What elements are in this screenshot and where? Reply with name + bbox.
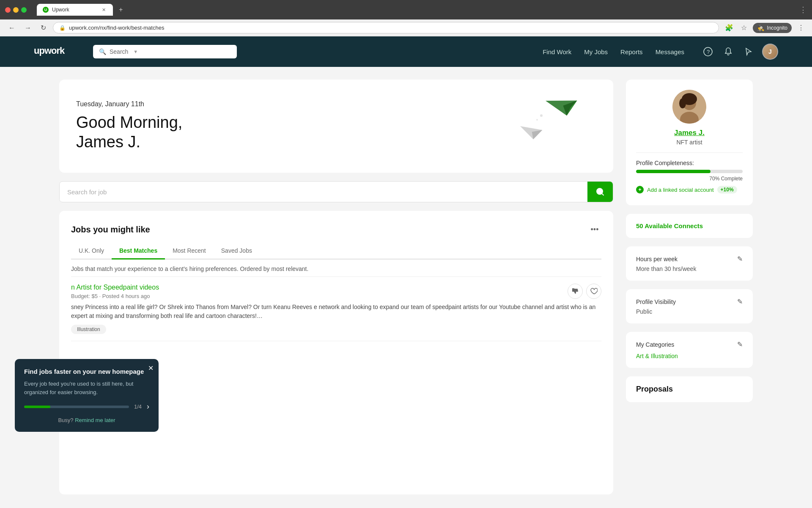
proposals-section: Proposals <box>626 376 753 402</box>
active-browser-tab[interactable]: U Upwork ✕ <box>37 4 113 16</box>
nav-messages[interactable]: Messages <box>656 48 684 55</box>
profile-name[interactable]: James J. <box>674 129 705 137</box>
avatar-illustration <box>672 90 706 124</box>
tooltip-next-button[interactable]: › <box>147 402 149 411</box>
job-search-input[interactable] <box>60 182 587 202</box>
job-tag-item[interactable]: Illustration <box>71 325 106 334</box>
browser-nav-actions: 🧩 ☆ 🕵 Incognito ⋮ <box>723 22 806 33</box>
global-search-bar[interactable]: 🔍 Search ▼ <box>93 45 237 58</box>
categories-header: My Categories ✎ <box>636 340 743 348</box>
available-connects-label[interactable]: 50 Available Connects <box>636 222 743 229</box>
tooltip-progress-bar <box>24 406 129 408</box>
new-tab-button[interactable]: + <box>115 3 127 16</box>
hours-value: More than 30 hrs/week <box>636 265 743 272</box>
welcome-illustration <box>512 97 596 156</box>
profile-card: James J. NFT artist Profile Completeness… <box>626 80 753 205</box>
incognito-indicator[interactable]: 🕵 Incognito <box>753 23 792 33</box>
jobs-section-title: Jobs you might like <box>71 225 150 235</box>
incognito-label: Incognito <box>767 25 787 31</box>
browser-nav: ← → ↻ 🔒 upwork.com/nx/find-work/best-mat… <box>0 19 812 36</box>
tooltip-close-button[interactable]: ✕ <box>148 364 154 372</box>
tooltip-progress-fill <box>24 406 50 408</box>
window-controls-icon[interactable]: ⋮ <box>799 5 807 14</box>
tooltip-remind-link[interactable]: Remind me later <box>75 417 115 423</box>
jobs-card: Jobs you might like ••• U.K. Only Best M… <box>59 211 613 494</box>
svg-point-8 <box>540 114 543 117</box>
profile-avatar <box>672 90 706 124</box>
proposals-title: Proposals <box>636 385 743 394</box>
job-listing-title[interactable]: n Artist for Speedpaint videos <box>71 284 159 291</box>
extension-icon[interactable]: 🧩 <box>723 22 735 33</box>
user-avatar[interactable]: J <box>762 44 778 60</box>
job-listing-item: n Artist for Speedpaint videos Budget: $… <box>71 277 601 341</box>
jobs-tab-description: Jobs that match your experience to a cli… <box>71 260 601 277</box>
job-listing-header: n Artist for Speedpaint videos Budget: $… <box>71 284 601 299</box>
heart-icon <box>590 287 598 295</box>
nav-reports[interactable]: Reports <box>620 48 643 55</box>
welcome-card: Tuesday, January 11th Good Morning, Jame… <box>59 80 613 173</box>
traffic-lights <box>5 7 27 13</box>
profile-job-title: NFT artist <box>676 139 702 146</box>
categories-label: My Categories <box>636 341 674 348</box>
add-social-bonus-badge: +10% <box>717 186 737 193</box>
address-text: upwork.com/nx/find-work/best-matches <box>69 25 164 31</box>
add-social-account-link[interactable]: + Add a linked social account +10% <box>636 186 743 193</box>
hours-edit-button[interactable]: ✎ <box>737 255 743 263</box>
profile-visibility-card: Profile Visibility ✎ Public <box>626 289 753 323</box>
nav-icon-group: ? J <box>701 44 778 60</box>
welcome-date: Tuesday, January 11th <box>76 100 182 108</box>
refresh-button[interactable]: ↻ <box>38 22 49 33</box>
save-job-button[interactable] <box>586 284 601 299</box>
nav-links: Find Work My Jobs Reports Messages <box>543 48 684 55</box>
profile-avatar-image <box>672 90 706 124</box>
forward-button[interactable]: → <box>22 22 34 33</box>
tab-saved-jobs[interactable]: Saved Jobs <box>214 243 260 260</box>
tooltip-progress: 1/4 › <box>24 402 149 411</box>
minimize-window-button[interactable] <box>13 7 19 13</box>
left-column: Tuesday, January 11th Good Morning, Jame… <box>59 80 613 494</box>
back-button[interactable]: ← <box>6 22 18 33</box>
notifications-icon[interactable] <box>721 45 735 58</box>
close-window-button[interactable] <box>5 7 11 13</box>
tab-close-button[interactable]: ✕ <box>100 6 107 13</box>
visibility-edit-button[interactable]: ✎ <box>737 298 743 306</box>
job-search-button[interactable] <box>587 182 613 202</box>
visibility-label: Profile Visibility <box>636 298 676 305</box>
svg-point-9 <box>536 119 538 121</box>
category-tag-item[interactable]: Art & Illustration <box>636 353 743 359</box>
svg-marker-3 <box>546 97 581 121</box>
tab-uk-only[interactable]: U.K. Only <box>71 243 112 260</box>
maximize-window-button[interactable] <box>21 7 27 13</box>
jobs-card-header: Jobs you might like ••• <box>71 223 601 236</box>
nav-my-jobs[interactable]: My Jobs <box>584 48 608 55</box>
add-social-label: Add a linked social account <box>647 187 714 193</box>
paper-planes-illustration <box>512 97 588 156</box>
jobs-more-options-button[interactable]: ••• <box>588 223 601 236</box>
available-connects-card: 50 Available Connects <box>626 214 753 238</box>
tooltip-description: Every job feed you're used to is still h… <box>24 380 149 396</box>
categories-edit-button[interactable]: ✎ <box>737 340 743 348</box>
nav-find-work[interactable]: Find Work <box>543 48 571 55</box>
dislike-job-button[interactable] <box>568 284 583 299</box>
cursor-icon[interactable] <box>742 45 755 58</box>
tab-best-matches[interactable]: Best Matches <box>112 243 165 260</box>
svg-point-15 <box>679 98 686 108</box>
profile-completeness-label: Profile Completeness: <box>636 160 743 166</box>
job-tags: Illustration <box>71 325 601 334</box>
hours-label: Hours per week <box>636 256 678 262</box>
tab-title-label: Upwork <box>52 7 97 13</box>
upwork-navbar: upwork 🔍 Search ▼ Find Work My Jobs Repo… <box>0 36 812 67</box>
jobs-tabs: U.K. Only Best Matches Most Recent Saved… <box>71 243 601 260</box>
tab-most-recent[interactable]: Most Recent <box>165 243 214 260</box>
tooltip-footer: Busy? Remind me later <box>24 417 149 423</box>
job-listing-description: sney Princess into a real life girl? Or … <box>71 303 601 320</box>
upwork-logo[interactable]: upwork <box>34 44 76 59</box>
browser-menu-button[interactable]: ⋮ <box>796 22 806 33</box>
address-bar[interactable]: 🔒 upwork.com/nx/find-work/best-matches <box>53 22 719 33</box>
bookmark-icon[interactable]: ☆ <box>739 22 749 33</box>
help-icon[interactable]: ? <box>701 45 715 58</box>
job-listing-meta: Budget: $5 · Posted 4 hours ago <box>71 293 159 299</box>
job-search-bar[interactable] <box>59 181 613 202</box>
job-listing-info: n Artist for Speedpaint videos Budget: $… <box>71 284 159 299</box>
hours-header: Hours per week ✎ <box>636 255 743 263</box>
